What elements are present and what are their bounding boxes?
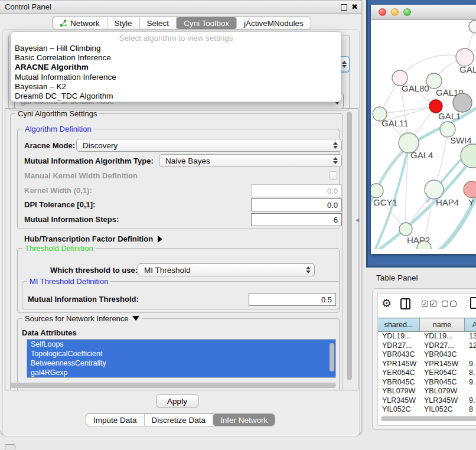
network-node-y[interactable] [464, 181, 476, 198]
apply-button-label: Apply [167, 397, 187, 406]
network-window-titlebar[interactable] [371, 5, 476, 20]
select-all-checkbox-icon[interactable]: ✓ [422, 301, 428, 307]
deselect-all-checkbox-icon[interactable] [442, 301, 448, 307]
node-label: GAL11 [382, 118, 409, 128]
table-row[interactable]: YIL052CYIL052C8 [378, 405, 476, 415]
splitter-collapse-handle[interactable]: ◀ [356, 217, 360, 223]
close-icon[interactable]: ✖ [351, 2, 358, 11]
tab-jactivemnodules[interactable]: jActiveMNodules [237, 17, 311, 29]
deselect-all-checkbox-icon-2[interactable] [450, 301, 457, 307]
table-cell: YBL079W [420, 387, 465, 396]
hub-definition-toggle[interactable]: Hub/Transcription Factor Definition [24, 234, 162, 243]
combo-stepper [331, 155, 340, 167]
network-node-gcy1[interactable] [371, 184, 383, 198]
attr-items: SelfLoopsTopologicalCoefficientBetweenne… [27, 340, 335, 377]
mi-threshold-field[interactable]: 0.5 [249, 293, 336, 306]
bottom-corner-icon[interactable] [5, 444, 15, 450]
node-label: GCY1 [373, 197, 397, 207]
network-view-window: GALGAL80GAL10GAL1GAL11SWI4GAL4GCY1HAP4YH… [371, 5, 476, 254]
network-canvas[interactable]: GALGAL80GAL10GAL1GAL11SWI4GAL4GCY1HAP4YH… [371, 19, 476, 249]
minimize-traffic-light[interactable] [391, 8, 399, 16]
attribute-item[interactable]: TopologicalCoefficient [27, 349, 335, 358]
aracne-mode-combo[interactable]: Discovery [76, 139, 342, 152]
table-row[interactable]: YBR045CYBR045C9. [378, 378, 476, 387]
table-row[interactable]: YER054CYER054C8. [378, 369, 476, 378]
cyni-settings-panel: Cyni Algorithm Settings Algorithm Defini… [5, 108, 358, 390]
float-window-icon[interactable] [341, 4, 347, 11]
table-panel-titlebar: Table Panel [366, 268, 476, 287]
mi-type-value: Naive Bayes [159, 156, 331, 165]
table-cell: YDR27... [378, 341, 420, 351]
manual-kernel-checkbox[interactable] [329, 171, 337, 180]
table-cell: YLR345W [420, 396, 465, 406]
sources-title[interactable]: Sources for Network Inference [22, 314, 142, 323]
algorithm-option[interactable]: Basic Correlation Inference [11, 53, 341, 63]
select-all-checkbox-icon-2[interactable]: ✓ [430, 301, 436, 307]
dpi-tolerance-field[interactable]: 0.0 [251, 198, 342, 211]
attribute-item[interactable]: BetweennessCentrality [27, 358, 335, 368]
tab-impute-data-label: Impute Data [93, 416, 137, 425]
algorithm-option[interactable]: Dream8 DC_TDC Algorithm [11, 92, 341, 101]
mi-steps-field[interactable]: 6 [251, 213, 342, 226]
data-attributes-list[interactable]: SelfLoopsTopologicalCoefficientBetweenne… [27, 339, 336, 378]
attribute-item[interactable]: gal4RGexp [27, 368, 335, 377]
table-row[interactable]: YBL079WYBL079W [378, 387, 476, 396]
table-browser: ⚙ ✓ ✓ shared... name A YDL19...YDL19...1… [377, 294, 476, 426]
table-row[interactable]: YPR145WYPR145W9. [378, 360, 476, 369]
combo-stepper [331, 139, 340, 151]
table-row[interactable]: YDR27...YDR27...12 [378, 341, 476, 351]
network-node[interactable] [461, 144, 476, 168]
zoom-traffic-light[interactable] [403, 8, 411, 16]
table-cell: YIL052C [420, 405, 465, 415]
table-cell: YPR145W [378, 360, 420, 369]
kernel-width-label: Kernel Width (0,1): [24, 186, 92, 195]
algorithm-dropdown-placeholder: Select algorithm to view settings [11, 32, 341, 44]
list-scrollbar[interactable] [330, 343, 334, 371]
table-horizontal-scrollbar[interactable] [381, 416, 476, 421]
columns-icon[interactable] [400, 298, 410, 309]
table-row[interactable]: YBR043CYBR043C [378, 350, 476, 360]
network-node-hap4[interactable] [425, 180, 444, 199]
settings-horizontal-scrollbar[interactable] [10, 383, 336, 388]
table-row[interactable]: YDL19...YDL19...13 [378, 332, 476, 341]
control-panel-tabs: Network Style Select Cyni Toolbox jActiv… [52, 17, 311, 30]
tab-infer-network[interactable]: Infer Network [213, 414, 275, 426]
algorithm-option[interactable]: Bayesian – K2 [11, 82, 341, 92]
apply-button[interactable]: Apply [156, 394, 198, 407]
tab-select[interactable]: Select [140, 17, 177, 29]
column-header-label: name [433, 321, 451, 329]
attribute-item[interactable]: SelfLoops [27, 340, 335, 349]
network-edge[interactable] [380, 106, 436, 114]
column-header-shared-name[interactable]: shared... [378, 318, 420, 331]
tab-cyni-toolbox[interactable]: Cyni Toolbox [177, 17, 237, 29]
column-header-partial[interactable]: A [465, 318, 476, 331]
tab-discretize-data[interactable]: Discretize Data [145, 414, 214, 426]
tab-impute-data[interactable]: Impute Data [86, 414, 145, 426]
hub-definition-label: Hub/Transcription Factor Definition [24, 234, 153, 243]
threshold-definition-title: Threshold Definition [22, 244, 96, 253]
tab-network[interactable]: Network [53, 17, 107, 29]
network-node-gal10[interactable] [426, 73, 442, 89]
algorithm-option[interactable]: Mutual Information Inference [11, 73, 341, 82]
mi-type-combo[interactable]: Naive Bayes [159, 154, 342, 167]
algorithm-option[interactable]: ARACNE Algorithm [11, 63, 341, 72]
close-traffic-light[interactable] [379, 8, 386, 16]
algorithm-option[interactable]: Bayesian – Hill Climbing [11, 44, 341, 53]
table-row[interactable]: YLR345WYLR345W9. [378, 396, 476, 406]
column-header-name[interactable]: name [420, 318, 465, 331]
table-cell: 9. [465, 396, 476, 406]
which-threshold-combo[interactable]: MI Threshold [138, 263, 315, 276]
settings-vertical-scrollbar[interactable] [347, 112, 352, 380]
network-node[interactable] [469, 20, 476, 33]
network-node-hap2[interactable] [399, 223, 412, 236]
node-label: GAL80 [402, 83, 429, 93]
node-label: GAL1 [438, 111, 461, 121]
network-node[interactable] [453, 93, 472, 112]
kernel-width-field[interactable]: 0.0 [251, 184, 342, 197]
tab-style[interactable]: Style [107, 17, 140, 29]
network-node-gal[interactable] [456, 48, 474, 66]
node-label: GAL [459, 64, 476, 74]
gear-icon[interactable]: ⚙ [382, 296, 392, 310]
table-cell: YPR145W [420, 360, 465, 369]
new-table-icon[interactable] [470, 297, 476, 309]
